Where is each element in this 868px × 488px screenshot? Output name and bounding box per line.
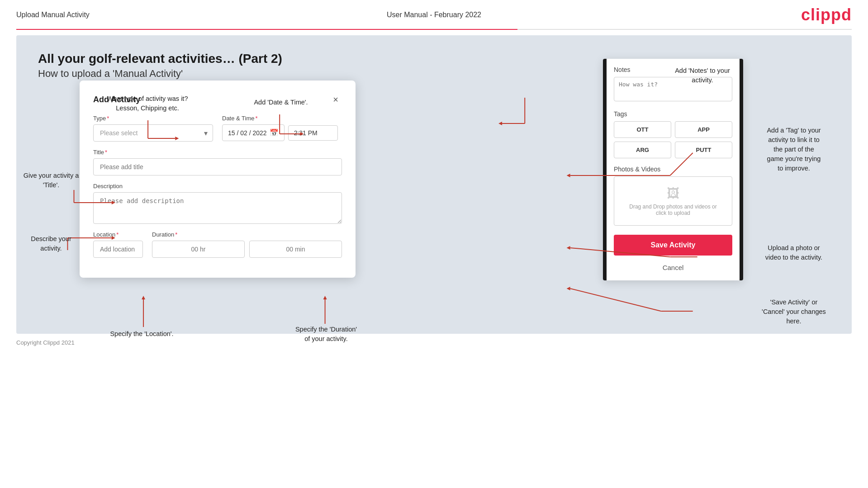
tag-arg[interactable]: ARG: [614, 142, 671, 158]
svg-marker-18: [498, 122, 502, 125]
svg-marker-27: [567, 287, 570, 290]
location-input[interactable]: [93, 241, 143, 258]
duration-min-input[interactable]: [249, 241, 342, 258]
location-duration-row: Location* Duration*: [93, 231, 342, 258]
date-input[interactable]: 15 / 02 / 2022 📅: [222, 124, 285, 141]
svg-marker-21: [567, 174, 570, 177]
main-content: All your golf-relevant activities… (Part…: [16, 35, 852, 334]
datetime-inputs: 15 / 02 / 2022 📅 2:21 PM: [222, 124, 342, 141]
tag-ott[interactable]: OTT: [614, 121, 671, 138]
description-label: Description: [93, 183, 342, 190]
duration-label: Duration*: [152, 231, 342, 238]
location-label: Location*: [93, 231, 143, 238]
annotation-save-cancel: 'Save Activity' or 'Cancel' your changes…: [744, 298, 844, 326]
annotation-photos-field: Upload a photo or video to the activity.: [744, 243, 844, 262]
description-textarea[interactable]: [93, 192, 342, 224]
top-bar: Upload Manual Activity User Manual - Feb…: [0, 0, 868, 24]
tags-grid: OTT APP ARG PUTT: [614, 121, 732, 158]
clippd-logo: clippd: [801, 5, 852, 24]
annotation-notes-field: Add 'Notes' to your activity.: [653, 66, 752, 85]
type-group: Type* Please select: [93, 115, 213, 142]
duration-group: Duration*: [152, 231, 342, 258]
description-group: Description: [93, 183, 342, 224]
tag-putt[interactable]: PUTT: [675, 142, 732, 158]
photos-section: Photos & Videos 🖼 Drag and Drop photos a…: [607, 162, 740, 231]
phone-panel: Notes Tags OTT APP ARG PUTT Photos & Vid…: [603, 59, 743, 280]
photos-drop-zone[interactable]: 🖼 Drag and Drop photos and videos or cli…: [614, 176, 732, 226]
annotation-date-time: Add 'Date & Time'.: [238, 98, 324, 107]
tags-section: Tags OTT APP ARG PUTT: [607, 107, 740, 162]
location-group: Location*: [93, 231, 143, 258]
annotation-description-field: Describe your activity.: [22, 234, 81, 253]
annotation-title-field: Give your activity a 'Title'.: [22, 171, 81, 190]
annotation-activity-type: What type of activity was it? Lesson, Ch…: [100, 94, 195, 113]
svg-marker-24: [567, 246, 570, 250]
type-select-wrapper[interactable]: Please select: [93, 124, 213, 142]
tags-label: Tags: [614, 110, 732, 118]
tag-app[interactable]: APP: [675, 121, 732, 138]
calendar-icon[interactable]: 📅: [270, 128, 279, 137]
time-input[interactable]: 2:21 PM: [288, 125, 338, 141]
title-label: Title*: [93, 149, 342, 156]
duration-hr-input[interactable]: [152, 241, 245, 258]
type-datetime-row: Type* Please select Date & Time* 15 / 02…: [93, 115, 342, 142]
save-activity-button[interactable]: Save Activity: [614, 235, 732, 256]
annotation-location-field: Specify the 'Location'.: [102, 329, 181, 339]
datetime-group: Date & Time* 15 / 02 / 2022 📅 2:21 PM: [222, 115, 342, 142]
type-label: Type*: [93, 115, 213, 122]
page-subtitle-center: User Manual - February 2022: [387, 11, 481, 19]
photo-icon: 🖼: [619, 186, 727, 201]
photos-drop-text: Drag and Drop photos and videos or click…: [619, 204, 727, 216]
title-input[interactable]: [93, 158, 342, 175]
svg-marker-15: [323, 296, 327, 299]
duration-inputs: [152, 241, 342, 258]
annotation-tags-field: Add a 'Tag' to your activity to link it …: [744, 126, 844, 173]
type-select[interactable]: Please select: [93, 124, 213, 142]
svg-marker-13: [142, 296, 145, 299]
svg-line-26: [570, 289, 661, 311]
photos-label: Photos & Videos: [614, 166, 732, 173]
datetime-label: Date & Time*: [222, 115, 342, 122]
copyright: Copyright Clippd 2021: [16, 339, 852, 346]
cancel-button[interactable]: Cancel: [607, 259, 740, 276]
modal-close-button[interactable]: ×: [329, 93, 342, 106]
title-group: Title*: [93, 149, 342, 175]
annotation-duration-field: Specify the 'Duration' of your activity.: [274, 325, 378, 344]
top-divider: [16, 29, 852, 30]
page-title-left: Upload Manual Activity: [16, 11, 90, 19]
